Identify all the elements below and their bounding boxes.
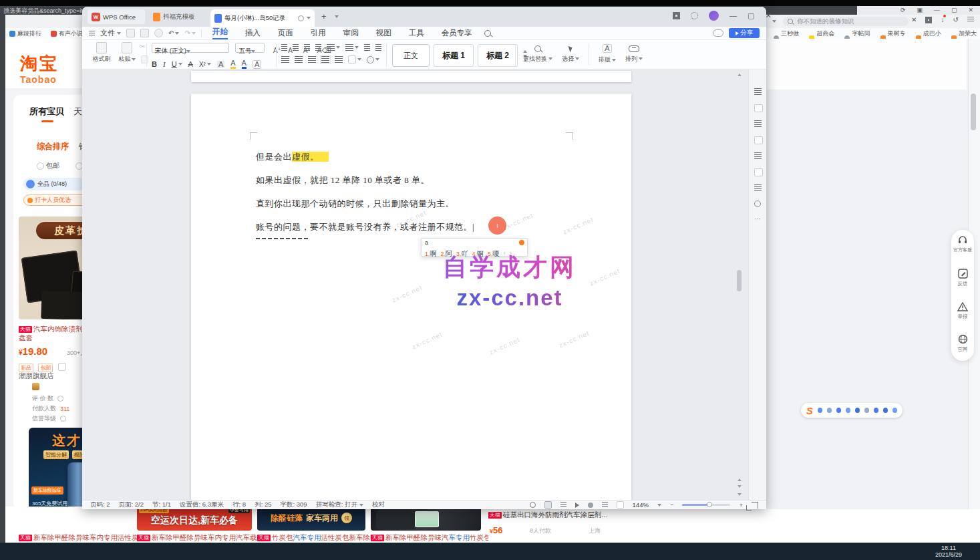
status-word-count[interactable]: 字数: 309 xyxy=(280,501,307,509)
bookmark-tool-icon[interactable] xyxy=(754,136,763,144)
font-size-combo[interactable]: 五号 xyxy=(235,43,265,53)
tab-list-caret[interactable] xyxy=(335,15,339,18)
style-heading-1[interactable]: 标题 1 xyxy=(434,44,474,67)
ribbon-search-icon[interactable] xyxy=(484,30,491,37)
view-outline-icon[interactable] xyxy=(560,502,566,508)
user-avatar[interactable] xyxy=(709,11,719,21)
save-icon[interactable] xyxy=(126,29,135,37)
file-menu[interactable]: 文件 xyxy=(100,28,121,38)
zoom-caret-icon[interactable] xyxy=(657,504,661,507)
shield-icon[interactable]: ▣ xyxy=(917,7,923,13)
ime-emoji-icon[interactable] xyxy=(836,408,841,413)
font-color-button[interactable]: A xyxy=(242,59,247,69)
align-distribute-icon[interactable] xyxy=(335,56,343,63)
panel-item-site[interactable]: 官网 xyxy=(951,334,974,352)
tab-all-items[interactable]: 所有宝贝 xyxy=(29,106,64,118)
sort-icon[interactable] xyxy=(364,44,370,51)
panel-item-feedback[interactable]: 反馈 xyxy=(951,269,974,287)
bullet-list-icon[interactable] xyxy=(281,44,287,51)
zoom-out-button[interactable]: − xyxy=(670,501,674,509)
wps-doc-tab-1[interactable]: 抖福充模板 xyxy=(149,9,208,24)
highlight-color-button[interactable]: A xyxy=(230,59,235,69)
zoom-slider[interactable] xyxy=(682,504,730,506)
status-spellcheck[interactable]: 拼写检查: 打开 xyxy=(316,501,363,509)
wps-app-tab[interactable]: W WPS Office xyxy=(88,9,145,24)
previous-page-button[interactable] xyxy=(738,478,742,481)
ruler-tool-icon[interactable] xyxy=(754,104,763,112)
zoom-in-button[interactable]: + xyxy=(739,501,743,509)
redo-button[interactable]: ↷ xyxy=(184,29,195,37)
align-right-icon[interactable] xyxy=(308,56,316,63)
paste-button[interactable]: 粘贴 xyxy=(117,42,137,63)
bottom-card-3[interactable]: 除醛硅藻 家车两用 领 天猫竹炭包汽车专用活性炭包新车除甲醛 xyxy=(257,505,365,543)
ime-mic-icon[interactable] xyxy=(846,408,850,413)
increase-indent-icon[interactable] xyxy=(315,44,321,51)
borders-button[interactable] xyxy=(348,55,361,63)
search-input[interactable]: 你不知道的装修知识 xyxy=(797,17,854,26)
edit-mode-icon[interactable] xyxy=(602,502,608,508)
print-icon[interactable] xyxy=(140,29,149,37)
arrange-button[interactable]: 排列 xyxy=(625,45,643,63)
tab-reference[interactable]: 引用 xyxy=(311,28,326,38)
share-button[interactable]: 分享 xyxy=(729,28,760,38)
history-icon[interactable]: ↺ xyxy=(953,17,958,23)
next-page-button[interactable] xyxy=(738,485,742,488)
hamburger-icon[interactable] xyxy=(89,31,95,36)
gear-icon[interactable] xyxy=(691,12,698,19)
ime-keyboard-icon[interactable] xyxy=(855,408,860,413)
view-web-icon[interactable] xyxy=(588,503,593,508)
comment-tool-icon[interactable] xyxy=(754,152,762,159)
ime-clipboard-icon[interactable] xyxy=(864,408,869,413)
tab-caret-icon[interactable] xyxy=(307,17,311,19)
minimize-button[interactable]: — xyxy=(934,7,940,13)
filter-free-shipping-label[interactable]: 包邮 xyxy=(46,161,59,170)
char-shading-icon[interactable]: A xyxy=(217,61,224,68)
bottom-card-2[interactable]: 24H实时除醛 孕婴可用 空运次日达,新车必备 天猫新车除甲醛除异味车内专用汽车… xyxy=(137,505,252,543)
toolbar-dropdown-caret[interactable] xyxy=(772,20,776,23)
doc-line-1[interactable]: 但是会出虚假。 xyxy=(256,151,329,163)
doc-scrollbar-thumb[interactable] xyxy=(737,270,742,291)
italic-button[interactable]: I xyxy=(163,60,166,68)
find-replace-button[interactable]: 查找替换 xyxy=(523,45,552,63)
zoom-slider-handle[interactable] xyxy=(707,502,712,507)
tab-view[interactable]: 视图 xyxy=(376,28,391,38)
panel-item-report[interactable]: 举报 xyxy=(951,302,974,319)
fill-color-button[interactable] xyxy=(367,56,379,63)
close-button[interactable]: ✕ xyxy=(968,7,973,13)
ime-settings-icon[interactable] xyxy=(892,408,897,413)
more-tools-icon[interactable]: ⋯ xyxy=(754,215,762,223)
numbered-list-icon[interactable] xyxy=(293,44,299,51)
wps-doc-tab-active[interactable]: 每月(小琳)...岛50记录 xyxy=(210,9,315,27)
format-painter-button[interactable]: 格式刷 xyxy=(92,42,112,63)
align-justify-icon[interactable] xyxy=(321,56,329,63)
edit-tool-icon[interactable] xyxy=(754,88,762,95)
bottom-card-5[interactable]: 天猫硅基出口海外防雨剂汽车涂层剂… ¥56 8人付款 上海 xyxy=(488,509,607,541)
char-border-icon[interactable]: A xyxy=(253,60,261,69)
maximize-button[interactable]: ▢ xyxy=(748,12,754,19)
select-button[interactable]: 选择 xyxy=(562,45,579,63)
eye-protect-icon[interactable] xyxy=(530,502,536,508)
underline-button[interactable]: U xyxy=(172,60,182,68)
minimize-button[interactable]: — xyxy=(729,12,737,19)
ime-toolbar[interactable]: S xyxy=(801,403,903,418)
align-center-icon[interactable] xyxy=(295,56,303,63)
doc-line-2[interactable]: 如果出虚假，就把 12 单降 10 单或者 8 单。 xyxy=(256,174,430,186)
history-tool-icon[interactable] xyxy=(754,184,762,191)
scroll-down-arrow[interactable] xyxy=(738,493,742,496)
shading-button[interactable] xyxy=(345,44,359,51)
cut-icon[interactable]: ✕ xyxy=(911,17,917,23)
tab-member[interactable]: 会员专享 xyxy=(442,28,472,38)
browser-search-box[interactable]: 你不知道的装修知识 xyxy=(783,17,909,26)
style-normal[interactable]: 正文 xyxy=(392,44,430,67)
autosave-icon[interactable] xyxy=(298,15,304,21)
promo-pill[interactable]: 打卡人员优选 xyxy=(23,194,89,206)
tab-insert[interactable]: 插入 xyxy=(245,28,261,38)
close-button[interactable]: ✕ xyxy=(765,12,771,19)
new-tab-button[interactable]: + xyxy=(321,11,327,21)
align-left-icon[interactable] xyxy=(281,56,289,63)
bottom-card-1-title[interactable]: 天猫新车除甲醛除异味车内专用活性炭 xyxy=(19,533,139,543)
ime-mode-icon[interactable] xyxy=(818,408,822,413)
refresh-icon[interactable]: ⟳ xyxy=(901,7,906,13)
view-page-icon[interactable] xyxy=(544,501,552,509)
help-tool-icon[interactable] xyxy=(754,200,761,207)
